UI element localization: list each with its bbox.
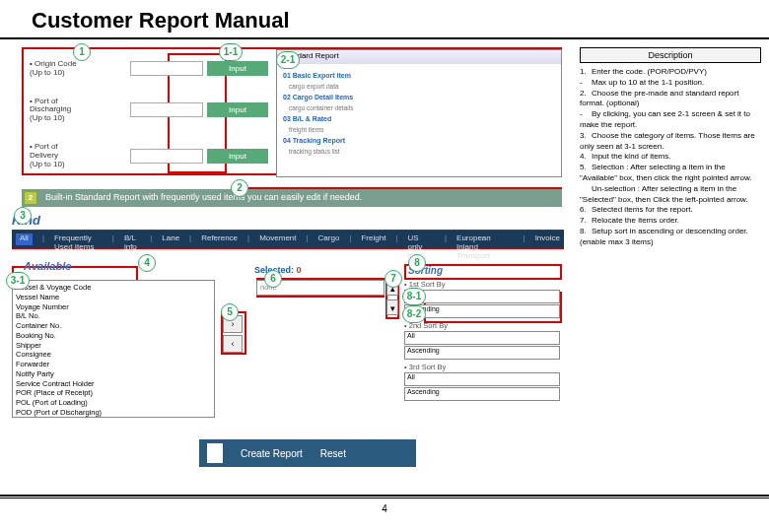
reset-button[interactable]: Reset [320,448,346,459]
report-icon [207,443,223,463]
list-item[interactable]: Consignee [16,350,211,360]
popup-title: Standard Report [277,50,561,64]
popup-item[interactable]: 01 Basic Export item [283,72,555,79]
builtin-banner[interactable]: 2 Built-in Standard Report with frequent… [22,189,562,207]
callout-8-2: 8-2 [402,305,426,323]
description-column: Description 1.Enter the code. (POR/POD/P… [574,47,761,248]
sort-section: • 1st Sort By All Ascending • 2nd Sort B… [404,280,560,402]
list-item[interactable]: POD (Port of Discharging) [16,408,211,418]
callout-4: 4 [138,254,156,272]
available-listbox[interactable]: Vessel & Voyage CodeVessel NameVoyage Nu… [12,280,215,418]
description-line: 1.Enter the code. (POR/POD/PVY) [580,67,761,78]
callout-3: 3 [14,207,32,225]
tab-freight[interactable]: Freight [361,233,385,245]
sort3-order[interactable]: Ascending [404,387,560,401]
callout-6: 6 [264,270,282,288]
popup-item-sub: cargo export data [289,83,555,90]
description-line: -By clicking, you can see 2-1 screen & s… [580,109,761,131]
callout-1-1: 1-1 [219,43,243,61]
description-line: 5.Selection : After selecting a item in … [580,163,761,184]
origin-input[interactable] [130,61,203,76]
sort3-field[interactable]: All [404,372,560,386]
callout-5: 5 [221,303,239,321]
origin-row: • Origin Code (Up to 10) Input [22,60,268,78]
tab-invoice[interactable]: Invoice [535,233,560,245]
list-item[interactable]: Container No. [16,321,211,331]
tab-movement[interactable]: Movement [259,233,296,245]
tab-european-inland-transport[interactable]: European Inland Transport [456,233,514,245]
discharging-row: • Port of Discharging (Up to 10) Input [22,98,268,123]
popup-item-sub: freight items [289,126,555,133]
callout-1: 1 [73,43,91,61]
description-line: 2.Choose the pre-made and standard repor… [580,89,761,110]
callout-2: 2 [231,179,248,197]
description-header: Description [580,47,761,63]
tab-b-l-info[interactable]: B/L info [124,233,140,245]
list-item[interactable]: B/L No. [16,311,211,321]
callout-8-1: 8-1 [402,288,426,305]
list-item[interactable]: Vessel Name [16,293,211,302]
banner-num: 2 [24,191,37,205]
list-item[interactable]: POL (Port of Loading) [16,398,211,408]
screenshot-area: 1 1-1 2-1 2 3 3-1 4 5 6 7 8 8-1 8-2 • Or… [12,47,574,248]
list-item[interactable]: Shipper [16,341,211,351]
move-down-button[interactable]: ▾ [386,299,398,315]
discharging-input-btn[interactable]: Input [207,102,268,117]
description-body: 1.Enter the code. (POR/POD/PVY)-Max up t… [580,67,761,248]
move-left-button[interactable]: ‹ [223,335,243,353]
delivery-input[interactable] [130,149,203,164]
popup-item[interactable]: 04 Tracking Report [283,137,555,144]
page-title: Customer Report Manual [0,0,769,39]
available-heading: Available [24,260,71,272]
callout-2-1: 2-1 [276,51,300,69]
callout-7: 7 [384,270,402,288]
sort1-field[interactable]: All [404,290,560,303]
tab-lane[interactable]: Lane [162,233,179,245]
list-item[interactable]: Booking No. [16,331,211,341]
sort1-label: • 1st Sort By [404,280,560,289]
create-report-button[interactable]: Create Report [241,448,303,459]
discharging-label: • Port of Discharging (Up to 10) [22,98,130,123]
list-item[interactable]: Notify Party [16,369,211,379]
list-item[interactable]: Service Contract Holder [16,379,211,389]
tab-all[interactable]: All [16,233,33,245]
list-item[interactable]: Voyage Number [16,302,211,312]
tab-reference[interactable]: Reference [201,233,238,245]
delivery-input-btn[interactable]: Input [207,149,268,164]
content-area: 1 1-1 2-1 2 3 3-1 4 5 6 7 8 8-1 8-2 • Or… [0,39,769,248]
banner-text: Built-in Standard Report with frequently… [45,192,362,202]
origin-label: • Origin Code (Up to 10) [22,60,130,78]
discharging-input[interactable] [130,102,203,117]
description-line: -Max up to 10 at the 1-1 position. [580,78,761,89]
callout-3-1: 3-1 [6,272,30,290]
list-item[interactable]: Vessel & Voyage Code [16,283,211,293]
delivery-label: • Port of Delivery (Up to 10) [22,143,130,168]
sort2-field[interactable]: All [404,331,560,345]
popup-item-sub: tracking status list [289,148,555,155]
description-line: 6.Selected items for the report. [580,205,761,216]
tab-frequently-used-items[interactable]: Frequently Used Items [54,233,103,245]
page-number: 4 [0,503,769,514]
list-item[interactable]: PVY (Place of Delivery) [16,418,211,419]
description-line: 3.Choose the category of items. Those it… [580,131,761,153]
sort2-label: • 2nd Sort By [404,321,560,330]
action-bar: Create Report Reset [199,439,416,467]
footer-divider [0,495,769,499]
tab-cargo[interactable]: Cargo [318,233,340,245]
popup-item[interactable]: 03 B/L & Rated [283,115,555,122]
list-item[interactable]: POR (Place of Receipt) [16,388,211,398]
description-line: Un-selection : After selecting a item in… [580,184,761,206]
origin-input-btn[interactable]: Input [207,61,268,76]
sort1-order[interactable]: Ascending [404,304,560,318]
standard-report-popup: Standard Report 01 Basic Export itemcarg… [276,49,562,177]
callout-8: 8 [408,254,426,272]
description-line: 8.Setup sort in ascending or descending … [580,227,761,248]
list-item[interactable]: Forwarder [16,360,211,369]
popup-item[interactable]: 02 Cargo Detail Items [283,94,555,100]
category-tabbar: All|Frequently Used Items|B/L info|Lane|… [12,231,564,248]
sort3-label: • 3rd Sort By [404,363,560,371]
popup-item-sub: cargo container details [289,104,555,111]
sort2-order[interactable]: Ascending [404,346,560,360]
description-line: 4.Input the kind of items. [580,152,761,163]
tab-us-only-item[interactable]: US only item [407,233,435,245]
